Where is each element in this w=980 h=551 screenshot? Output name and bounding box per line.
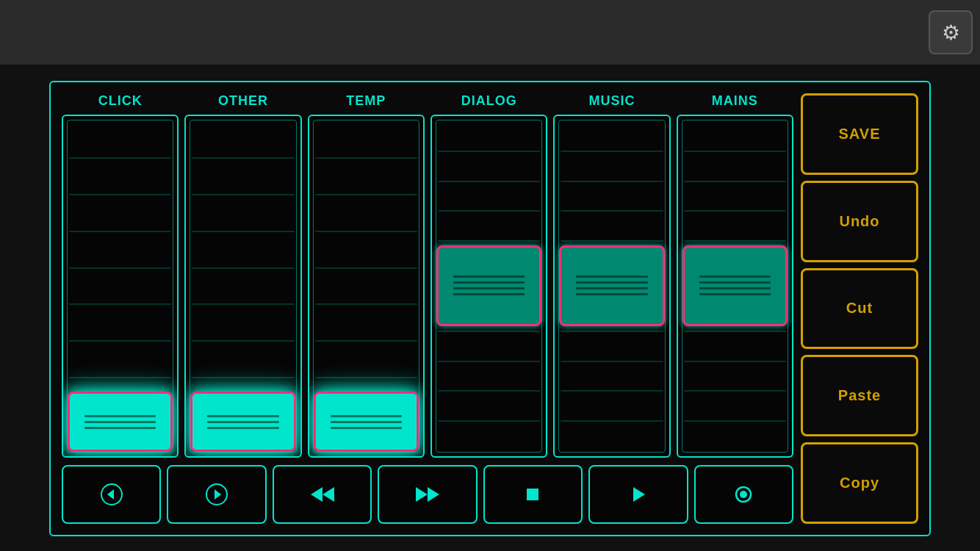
rewind-icon [309,484,336,505]
transport-next-button[interactable] [167,465,266,524]
fader-column-dialog: DIALOG [430,93,547,458]
channel-label-music: MUSIC [588,93,635,109]
prev-icon [101,483,123,505]
next-icon [206,483,228,505]
undo-label: Undo [839,213,879,230]
top-bar: ⚙ [0,0,980,66]
copy-label: Copy [840,475,879,491]
fader-column-music: MUSIC [553,93,670,458]
fader-track-click[interactable] [62,115,179,458]
save-label: SAVE [839,126,881,143]
main-content: CLICK [0,66,980,551]
fader-column-mains: MAINS [677,93,793,458]
stop-icon [522,483,544,505]
channel-label-other: OTHER [218,93,268,109]
cut-label: Cut [846,300,873,317]
svg-rect-8 [527,489,538,500]
fader-column-other: OTHER [184,93,301,458]
fader-columns: CLICK [62,93,793,458]
transport-fastforward-button[interactable] [378,465,477,524]
fader-track-dialog[interactable] [430,115,547,458]
fader-column-temp: TEMP [308,93,425,458]
channel-label-dialog: DIALOG [461,93,517,109]
copy-button[interactable]: Copy [801,442,918,524]
svg-point-11 [740,491,747,498]
faders-section: CLICK [62,93,793,524]
play-icon [627,483,649,505]
mixer-panel: CLICK [49,81,931,536]
transport-record-button[interactable] [694,465,793,524]
svg-marker-7 [428,487,439,502]
transport-prev-button[interactable] [62,465,161,524]
fader-track-music[interactable] [553,115,670,458]
fader-track-temp[interactable] [308,115,425,458]
fast-forward-icon [414,484,441,505]
undo-button[interactable]: Undo [801,181,918,262]
fader-track-mains[interactable] [677,115,793,458]
transport-stop-button[interactable] [483,465,583,524]
settings-button[interactable]: ⚙ [929,10,973,54]
channel-label-temp: TEMP [346,93,386,109]
right-panel: SAVE Undo Cut Paste Copy [801,93,918,524]
gear-icon: ⚙ [942,21,960,45]
channel-label-mains: MAINS [712,93,758,109]
transport-row [62,465,793,524]
fader-column-click: CLICK [62,93,179,458]
svg-marker-6 [416,487,428,502]
record-icon [732,483,754,505]
cut-button[interactable]: Cut [801,268,918,350]
transport-play-button[interactable] [588,465,688,524]
svg-marker-5 [323,487,334,502]
save-button[interactable]: SAVE [801,93,918,175]
svg-marker-3 [215,489,221,500]
svg-marker-9 [633,487,645,502]
svg-marker-1 [107,489,114,500]
transport-rewind-button[interactable] [273,465,372,524]
paste-button[interactable]: Paste [801,355,918,436]
svg-marker-4 [311,487,323,502]
paste-label: Paste [838,387,881,404]
channel-label-click: CLICK [98,93,143,109]
fader-track-other[interactable] [184,115,301,458]
